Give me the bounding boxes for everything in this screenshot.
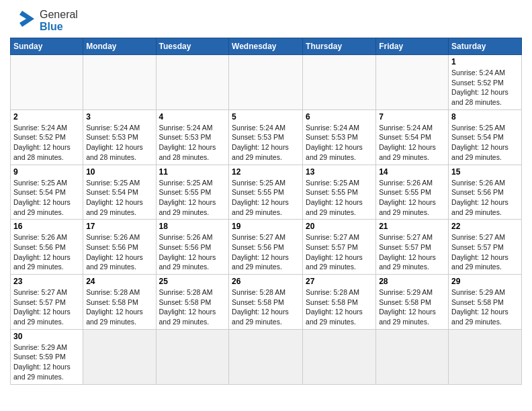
day-info: Sunrise: 5:29 AMSunset: 5:59 PMDaylight:… [13,342,80,382]
calendar-day-cell: 10Sunrise: 5:25 AMSunset: 5:54 PMDayligh… [83,165,156,220]
calendar-day-cell: 29Sunrise: 5:29 AMSunset: 5:58 PMDayligh… [449,275,522,330]
day-info: Sunrise: 5:24 AMSunset: 5:53 PMDaylight:… [232,123,300,163]
calendar-day-cell: 25Sunrise: 5:28 AMSunset: 5:58 PMDayligh… [156,275,229,330]
day-number: 29 [451,277,519,286]
day-info: Sunrise: 5:28 AMSunset: 5:58 PMDaylight:… [86,287,152,327]
calendar-day-cell [229,55,303,110]
day-number: 23 [13,277,80,286]
weekday-header: Saturday [449,38,522,55]
calendar-week-row: 9Sunrise: 5:25 AMSunset: 5:54 PMDaylight… [11,165,522,220]
calendar-week-row: 16Sunrise: 5:26 AMSunset: 5:56 PMDayligh… [11,220,522,275]
day-info: Sunrise: 5:26 AMSunset: 5:55 PMDaylight:… [379,178,445,218]
calendar-day-cell: 6Sunrise: 5:24 AMSunset: 5:53 PMDaylight… [303,109,376,165]
day-info: Sunrise: 5:28 AMSunset: 5:58 PMDaylight:… [232,287,300,327]
day-number: 28 [379,277,445,286]
day-info: Sunrise: 5:29 AMSunset: 5:58 PMDaylight:… [451,287,519,327]
day-number: 5 [232,112,300,122]
day-info: Sunrise: 5:27 AMSunset: 5:56 PMDaylight:… [232,232,300,272]
day-info: Sunrise: 5:26 AMSunset: 5:56 PMDaylight:… [451,178,519,218]
day-number: 8 [451,112,519,122]
weekday-header: Sunday [11,38,83,55]
day-info: Sunrise: 5:27 AMSunset: 5:57 PMDaylight:… [379,232,445,272]
calendar-day-cell: 3Sunrise: 5:24 AMSunset: 5:53 PMDaylight… [83,109,156,165]
day-number: 24 [86,277,152,286]
day-number: 13 [306,167,373,177]
day-number: 9 [13,167,80,177]
day-number: 20 [306,222,373,231]
calendar-day-cell [376,55,449,110]
day-info: Sunrise: 5:25 AMSunset: 5:54 PMDaylight:… [451,123,519,163]
day-info: Sunrise: 5:25 AMSunset: 5:54 PMDaylight:… [86,178,152,218]
day-info: Sunrise: 5:24 AMSunset: 5:54 PMDaylight:… [379,123,445,163]
calendar-week-row: 23Sunrise: 5:27 AMSunset: 5:57 PMDayligh… [11,275,522,330]
calendar-day-cell [229,329,303,384]
day-number: 10 [86,167,152,177]
calendar-day-cell: 4Sunrise: 5:24 AMSunset: 5:53 PMDaylight… [156,109,229,165]
day-info: Sunrise: 5:25 AMSunset: 5:54 PMDaylight:… [13,178,80,218]
day-number: 7 [379,112,445,122]
calendar-day-cell [376,329,449,384]
calendar-day-cell [449,329,522,384]
day-number: 27 [306,277,373,286]
day-info: Sunrise: 5:28 AMSunset: 5:58 PMDaylight:… [159,287,226,327]
svg-marker-0 [19,11,34,27]
calendar-day-cell: 13Sunrise: 5:25 AMSunset: 5:55 PMDayligh… [303,165,376,220]
day-info: Sunrise: 5:24 AMSunset: 5:53 PMDaylight:… [159,123,226,163]
day-info: Sunrise: 5:25 AMSunset: 5:55 PMDaylight:… [159,178,226,218]
day-info: Sunrise: 5:26 AMSunset: 5:56 PMDaylight:… [86,232,152,272]
day-number: 11 [159,167,226,177]
day-number: 6 [306,112,373,122]
day-info: Sunrise: 5:24 AMSunset: 5:53 PMDaylight:… [86,123,152,163]
day-number: 26 [232,277,300,286]
logo: GeneralBlue [10,7,78,35]
calendar-day-cell: 8Sunrise: 5:25 AMSunset: 5:54 PMDaylight… [449,109,522,165]
logo-blue-text: Blue [40,21,78,33]
weekday-header: Wednesday [229,38,303,55]
day-number: 18 [159,222,226,231]
calendar-day-cell: 23Sunrise: 5:27 AMSunset: 5:57 PMDayligh… [11,275,83,330]
day-info: Sunrise: 5:28 AMSunset: 5:58 PMDaylight:… [306,287,373,327]
calendar-day-cell [83,55,156,110]
calendar-week-row: 30Sunrise: 5:29 AMSunset: 5:59 PMDayligh… [11,329,522,384]
calendar-day-cell: 9Sunrise: 5:25 AMSunset: 5:54 PMDaylight… [11,165,83,220]
day-number: 12 [232,167,300,177]
weekday-header: Monday [83,38,156,55]
calendar-day-cell: 17Sunrise: 5:26 AMSunset: 5:56 PMDayligh… [83,220,156,275]
header: GeneralBlue [10,7,522,35]
day-info: Sunrise: 5:25 AMSunset: 5:55 PMDaylight:… [306,178,373,218]
day-number: 3 [86,112,152,122]
calendar-week-row: 1Sunrise: 5:24 AMSunset: 5:52 PMDaylight… [11,55,522,110]
day-info: Sunrise: 5:26 AMSunset: 5:56 PMDaylight:… [159,232,226,272]
calendar-day-cell: 14Sunrise: 5:26 AMSunset: 5:55 PMDayligh… [376,165,449,220]
day-number: 15 [451,167,519,177]
day-number: 22 [451,222,519,231]
calendar-day-cell: 7Sunrise: 5:24 AMSunset: 5:54 PMDaylight… [376,109,449,165]
day-number: 14 [379,167,445,177]
calendar-day-cell [303,329,376,384]
calendar-day-cell: 12Sunrise: 5:25 AMSunset: 5:55 PMDayligh… [229,165,303,220]
weekday-header-row: SundayMondayTuesdayWednesdayThursdayFrid… [11,38,522,55]
logo-svg-icon [10,7,38,35]
day-info: Sunrise: 5:29 AMSunset: 5:58 PMDaylight:… [379,287,445,327]
calendar-day-cell: 24Sunrise: 5:28 AMSunset: 5:58 PMDayligh… [83,275,156,330]
day-number: 19 [232,222,300,231]
calendar-day-cell: 1Sunrise: 5:24 AMSunset: 5:52 PMDaylight… [449,55,522,110]
day-info: Sunrise: 5:27 AMSunset: 5:57 PMDaylight:… [451,232,519,272]
calendar-day-cell [303,55,376,110]
day-info: Sunrise: 5:24 AMSunset: 5:52 PMDaylight:… [13,123,80,163]
calendar-day-cell [156,329,229,384]
day-number: 2 [13,112,80,122]
day-info: Sunrise: 5:26 AMSunset: 5:56 PMDaylight:… [13,232,80,272]
calendar-day-cell: 16Sunrise: 5:26 AMSunset: 5:56 PMDayligh… [11,220,83,275]
calendar-day-cell: 22Sunrise: 5:27 AMSunset: 5:57 PMDayligh… [449,220,522,275]
weekday-header: Friday [376,38,449,55]
calendar-day-cell: 28Sunrise: 5:29 AMSunset: 5:58 PMDayligh… [376,275,449,330]
calendar-day-cell: 27Sunrise: 5:28 AMSunset: 5:58 PMDayligh… [303,275,376,330]
calendar-day-cell: 15Sunrise: 5:26 AMSunset: 5:56 PMDayligh… [449,165,522,220]
calendar-table: SundayMondayTuesdayWednesdayThursdayFrid… [10,38,522,385]
calendar-day-cell: 21Sunrise: 5:27 AMSunset: 5:57 PMDayligh… [376,220,449,275]
weekday-header: Thursday [303,38,376,55]
calendar-day-cell [83,329,156,384]
calendar-day-cell: 18Sunrise: 5:26 AMSunset: 5:56 PMDayligh… [156,220,229,275]
calendar-day-cell: 30Sunrise: 5:29 AMSunset: 5:59 PMDayligh… [11,329,83,384]
